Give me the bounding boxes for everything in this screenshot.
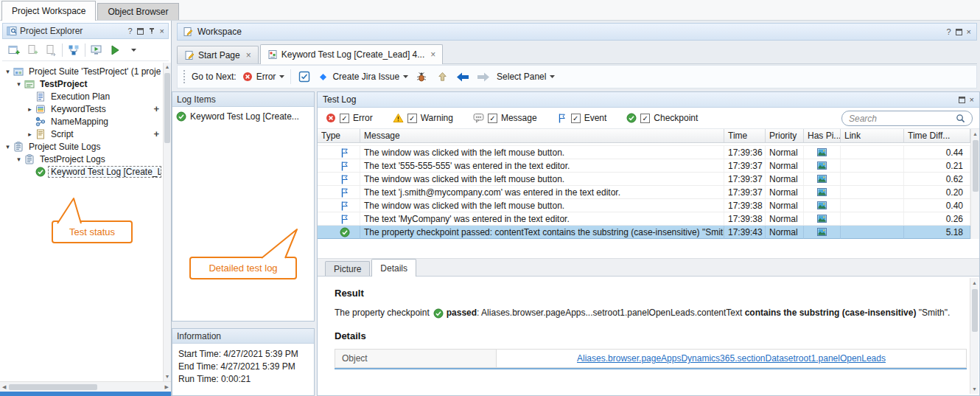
pin-icon[interactable] [148,27,155,35]
scroll-thumb[interactable] [973,140,979,192]
column-header-pri[interactable]: Priority [766,129,804,142]
expander-icon[interactable]: ▾ [14,80,24,88]
event-icon [340,161,350,171]
tree-item-0[interactable]: ▾Project Suite 'TestProject' (1 project) [0,65,171,77]
table-vertical-scrollbar[interactable]: ▲ [970,129,979,239]
scroll-left-icon[interactable]: ◀ [2,384,6,390]
expander-icon[interactable]: ▸ [25,131,35,138]
close-tab-icon[interactable]: × [430,49,435,60]
log-row-0[interactable]: The window was clicked with the left mou… [318,146,970,159]
tree-horizontal-scrollbar[interactable]: ◀ ▶ [0,381,171,392]
log-row-6[interactable]: The property checkpoint passed: contentT… [318,226,970,239]
filter-checkbox-warning[interactable]: ✓ [407,114,417,123]
filter-checkbox-message[interactable]: ✓ [488,114,497,123]
run-selected-test-icon[interactable] [89,42,104,58]
export-item-icon[interactable] [43,42,58,58]
scroll-up-icon[interactable]: ▲ [970,278,979,288]
details-pane: Result The property checkpointpassed: Al… [318,277,979,395]
tree-item-5[interactable]: ▸Script+ [0,128,171,140]
select-panel-button[interactable]: Select Panel [497,72,555,82]
workspace-icon [183,27,193,37]
detailed-log-callout-pointer [254,227,301,260]
tab-picture[interactable]: Picture [325,261,370,276]
tree-item-2[interactable]: Execution Plan [0,90,171,103]
expander-icon[interactable]: ▾ [3,143,13,150]
create-jira-issue-button[interactable]: Create Jira Issue [318,72,408,83]
search-input[interactable] [849,114,956,124]
log-row-2[interactable]: The window was clicked with the left mou… [318,173,970,186]
tree-item-1[interactable]: ▾TestProject [0,77,171,90]
column-header-msg[interactable]: Message [360,129,724,142]
column-header-pic[interactable]: Has Pi... [804,129,841,142]
column-header-diff[interactable]: Time Diff... [904,129,970,142]
add-item-plus-button[interactable]: + [153,128,161,139]
log-item-0[interactable]: Keyword Test Log [Create... [172,108,314,124]
log-row-link [841,173,904,185]
scroll-up-icon[interactable]: ▲ [971,129,979,139]
run-project-icon[interactable] [108,42,122,58]
close-icon[interactable]: × [967,27,971,36]
tab-details[interactable]: Details [371,259,416,277]
object-link[interactable]: Aliases.browser.pageAppsDynamics365.sect… [577,353,886,364]
upload-icon [437,72,448,83]
column-header-link[interactable]: Link [841,129,904,142]
help-icon[interactable]: ? [127,27,132,35]
workspace-tab-object-browser[interactable]: Object Browser [97,3,178,20]
expander-icon[interactable]: ▾ [14,156,24,163]
scroll-thumb[interactable] [9,384,97,390]
maximize-icon[interactable] [956,29,962,35]
log-row-1[interactable]: The text '555-555-555' was entered in th… [318,159,970,173]
log-row-5[interactable]: The text 'MyCompany' was entered in the … [318,212,970,226]
filter-checkbox-checkpoint[interactable]: ✓ [640,114,650,123]
close-icon[interactable]: × [970,95,974,104]
help-icon[interactable]: ? [946,27,951,36]
column-header-type[interactable]: Type [318,129,360,142]
add-new-item-icon[interactable] [7,42,21,58]
post-defect-button[interactable] [414,69,429,85]
tree-item-6[interactable]: ▾Project Suite Logs [0,140,171,153]
scroll-up-icon[interactable]: ▲ [164,63,171,72]
go-to-next-error-button[interactable]: Error [242,72,285,82]
scroll-down-icon[interactable]: ▼ [970,384,979,394]
toolbar-separator [85,44,85,57]
exec-plan-icon [35,91,46,102]
add-existing-item-icon[interactable] [25,42,40,58]
tree-item-3[interactable]: ▸KeywordTests+ [0,103,171,115]
close-icon[interactable]: × [160,27,164,35]
top-tab-strip: Project WorkspaceObject Browser [0,0,980,21]
expander-icon[interactable]: ▾ [3,68,13,75]
filter-checkbox-event[interactable]: ✓ [571,114,581,123]
log-row-link [841,226,904,239]
add-item-plus-button[interactable]: + [153,103,161,114]
log-row-4[interactable]: The window was clicked with the left mou… [318,199,970,212]
chevron-down-icon [403,75,408,78]
run-options-chevron-icon[interactable] [126,42,141,58]
toolbar-grip[interactable] [183,70,186,83]
scroll-down-icon[interactable]: ▼ [164,372,171,381]
log-row-3[interactable]: The text 'j.smith@mycompany.com' was ent… [318,186,970,199]
back-button[interactable] [455,69,470,85]
upload-result-button[interactable] [435,69,449,85]
doc-tab-test-log[interactable]: Keyword Test Log [Create_Lead] 4...× [260,44,444,64]
tree-item-4[interactable]: NameMapping [0,115,171,128]
scroll-right-icon[interactable]: ▶ [165,384,169,390]
close-tab-icon[interactable]: × [246,50,251,60]
filter-checkbox-error[interactable]: ✓ [340,114,349,123]
doc-tab-start-page[interactable]: Start Page× [177,46,259,63]
forward-button[interactable] [476,69,491,85]
tree-vertical-scrollbar[interactable]: ▲ ▼ [163,63,171,381]
workspace-tab-project-workspace[interactable]: Project Workspace [1,1,96,21]
column-header-time[interactable]: Time [724,129,766,142]
scroll-thumb[interactable] [164,73,170,143]
maximize-icon[interactable] [959,97,965,103]
tree-item-7[interactable]: ▾TestProject Logs [0,153,171,165]
add-jira-item-button[interactable] [297,69,312,85]
expander-icon[interactable]: ▸ [25,105,35,113]
manage-tested-apps-icon[interactable] [66,42,81,58]
object-value-cell: Aliases.browser.pageAppsDynamics365.sect… [497,349,967,368]
details-vertical-scrollbar[interactable]: ▲ ▼ [970,278,979,394]
scroll-thumb[interactable] [972,289,978,332]
log-row-time: 17:39:37 [724,173,766,185]
maximize-icon[interactable] [137,28,144,35]
tree-item-8[interactable]: Keyword Test Log [Create_Lead [0,165,171,178]
